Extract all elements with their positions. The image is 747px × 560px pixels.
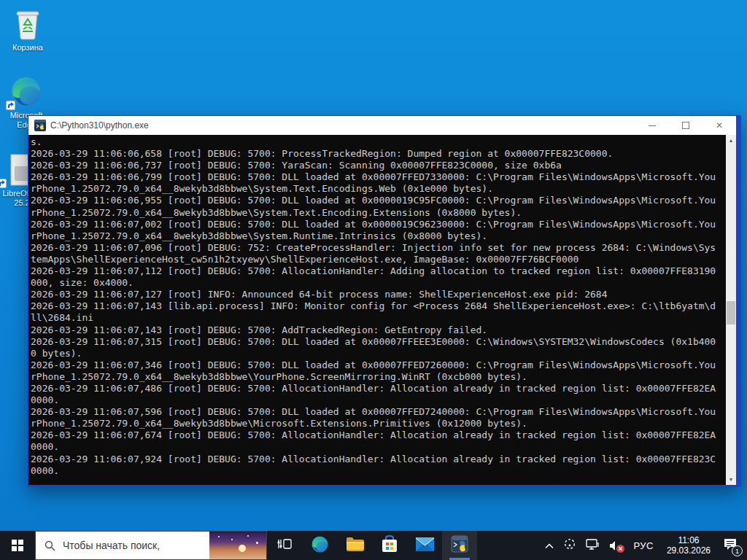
desktop: Корзина Microsoft Edge — [0, 0, 747, 560]
tray-language-indicator[interactable]: РУС — [626, 531, 661, 560]
console-line: s. — [31, 136, 724, 148]
console-log-lines: s.2026-03-29 11:06:06,658 [root] DEBUG: … — [31, 136, 724, 485]
tray-clock[interactable]: 11:06 29.03.2026 — [661, 531, 716, 560]
tray-show-hidden-icons-button[interactable] — [540, 531, 559, 560]
taskbar-edge-button[interactable] — [302, 531, 337, 560]
python-console-icon — [34, 120, 46, 131]
console-line: rPhone_1.25072.79.0_x64__8wekyb3d8bbwe\S… — [31, 230, 724, 242]
edge-icon — [0, 75, 53, 109]
console-line: 2026-03-29 11:06:07,315 [root] DEBUG: 57… — [31, 336, 724, 348]
tray-volume-button[interactable] — [604, 531, 626, 560]
window-titlebar[interactable]: C:\Python310\python.exe ✕ — [28, 116, 736, 135]
close-icon: ✕ — [716, 120, 723, 131]
clock-time: 11:06 — [667, 535, 711, 545]
shortcut-arrow-icon — [0, 179, 7, 188]
clock-date: 29.03.2026 — [667, 545, 711, 556]
search-icon — [44, 540, 55, 551]
scroll-up-icon[interactable]: ▲ — [726, 135, 736, 146]
recycle-bin-icon — [1, 7, 54, 41]
maximize-icon — [682, 122, 689, 129]
console-line: 2026-03-29 11:06:06,955 [root] DEBUG: 57… — [31, 195, 724, 206]
network-icon — [586, 539, 599, 553]
console-line: ll\2684.ini — [31, 312, 724, 324]
console-line: 2026-03-29 11:06:07,346 [root] DEBUG: 57… — [31, 359, 724, 371]
console-line: 2026-03-29 11:06:07,924 [root] DEBUG: 57… — [31, 454, 724, 465]
desktop-icon-recycle-bin[interactable]: Корзина — [1, 7, 54, 52]
taskbar-mail-button[interactable] — [407, 531, 442, 560]
dashed-circle-icon — [564, 538, 576, 553]
console-line: 2026-03-29 11:06:07,143 [root] DEBUG: 57… — [31, 324, 724, 336]
file-explorer-icon — [346, 537, 364, 555]
taskbar-python-console-button[interactable] — [442, 531, 477, 560]
task-view-icon — [277, 537, 292, 553]
console-line: temApps\ShellExperienceHost_cw5n1h2txyew… — [31, 254, 724, 265]
chevron-up-icon — [545, 539, 554, 552]
console-line: 0000. — [31, 441, 724, 453]
taskbar-store-button[interactable] — [372, 531, 407, 560]
console-line: 2026-03-29 11:06:07,112 [root] DEBUG: 57… — [31, 265, 724, 277]
console-line: 2026-03-29 11:06:07,596 [root] DEBUG: 57… — [31, 406, 724, 418]
console-line: 2026-03-29 11:06:07,127 [root] INFO: Ann… — [31, 289, 724, 300]
edge-icon — [311, 535, 329, 556]
shortcut-arrow-icon — [6, 101, 15, 110]
console-line: 2026-03-29 11:06:07,486 [root] DEBUG: 57… — [31, 383, 724, 394]
console-line: rPhone_1.25072.79.0_x64__8wekyb3d8bbwe\S… — [31, 207, 724, 219]
vertical-scrollbar[interactable]: ▲ ▼ — [726, 135, 736, 485]
console-line: 000, size: 0x4000. — [31, 277, 724, 289]
taskbar-file-explorer-button[interactable] — [337, 531, 372, 560]
console-line: 2026-03-29 11:06:07,002 [root] DEBUG: 57… — [31, 219, 724, 230]
taskbar: Чтобы начать поиск, — [0, 531, 747, 560]
console-line: 0 bytes). — [31, 348, 724, 359]
scrollbar-thumb[interactable] — [727, 301, 735, 324]
console-window: C:\Python310\python.exe ✕ s.2026-03-29 1… — [28, 115, 741, 487]
search-placeholder: Чтобы начать поиск, — [63, 540, 160, 551]
console-line: rPhone_1.25072.79.0_x64__8wekyb3d8bbwe\M… — [31, 418, 724, 429]
console-line: 2026-03-29 11:06:07,674 [root] DEBUG: 57… — [31, 429, 724, 441]
notification-badge: 1 — [732, 545, 743, 556]
console-line: 2026-03-29 11:06:06,799 [root] DEBUG: 57… — [31, 171, 724, 183]
console-line: 2026-03-29 11:06:07,096 [root] DEBUG: 75… — [31, 242, 724, 254]
action-center-button[interactable]: 1 — [716, 531, 747, 560]
console-line: 0000. — [31, 394, 724, 406]
python-console-icon — [451, 535, 468, 556]
maximize-button[interactable] — [669, 116, 703, 135]
scroll-down-icon[interactable]: ▼ — [726, 474, 736, 485]
console-line: 0000. — [31, 465, 724, 477]
console-line: 2026-03-29 11:06:06,658 [root] DEBUG: 57… — [31, 148, 724, 160]
start-button[interactable] — [0, 531, 35, 560]
console-line: 2026-03-29 11:06:07,143 [lib.api.process… — [31, 300, 724, 312]
console-line: rPhone_1.25072.79.0_x64__8wekyb3d8bbwe\Y… — [31, 371, 724, 383]
console-output[interactable]: s.2026-03-29 11:06:06,658 [root] DEBUG: … — [28, 135, 736, 485]
close-button[interactable]: ✕ — [703, 116, 736, 135]
microsoft-store-icon — [382, 535, 398, 556]
window-title: C:\Python310\python.exe — [50, 120, 149, 131]
mail-icon — [416, 537, 434, 554]
minimize-button[interactable] — [635, 116, 669, 135]
windows-logo-icon — [12, 540, 23, 551]
tray-network-button[interactable] — [581, 531, 604, 560]
minimize-icon — [649, 125, 656, 126]
console-line: rPhone_1.25072.79.0_x64__8wekyb3d8bbwe\S… — [31, 183, 724, 195]
taskbar-search-box[interactable]: Чтобы начать поиск, — [35, 531, 267, 560]
volume-muted-icon — [609, 540, 621, 551]
desktop-icon-label: Корзина — [1, 43, 54, 52]
console-line: 2026-03-29 11:06:06,737 [root] DEBUG: 57… — [31, 160, 724, 171]
search-highlights-image[interactable] — [209, 532, 266, 559]
task-view-button[interactable] — [267, 531, 302, 560]
tray-sync-status-button[interactable] — [559, 531, 581, 560]
